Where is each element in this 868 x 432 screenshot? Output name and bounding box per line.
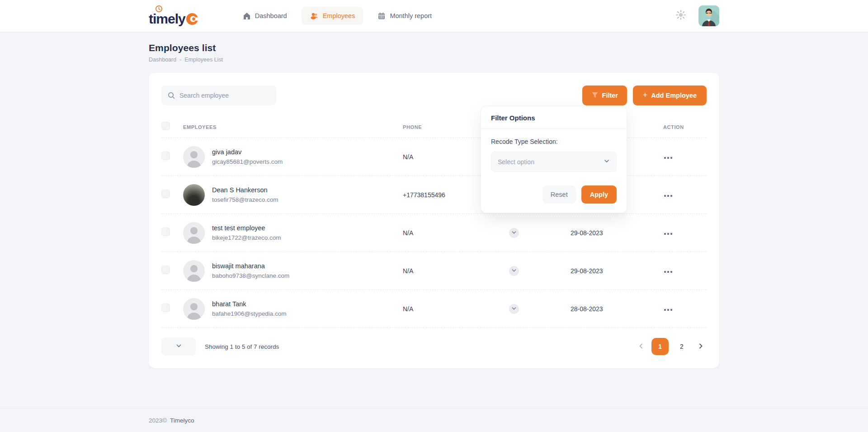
nav-item-label: Dashboard [255, 12, 287, 19]
nav-item-dashboard[interactable]: Dashboard [235, 7, 295, 25]
pagination: 1 2 [635, 338, 707, 355]
breadcrumb-separator: - [179, 57, 181, 63]
page-button-1[interactable]: 1 [651, 338, 669, 355]
row-actions-button[interactable] [663, 154, 673, 161]
table-row: test test employee bikeje1722@trazeco.co… [161, 214, 707, 252]
row-checkbox[interactable] [161, 190, 170, 198]
brand-logo-text: timely [149, 12, 185, 26]
employee-phone: N/A [403, 305, 509, 313]
table-row: bharat Tank bafahe1906@stypedia.com N/A … [161, 290, 707, 328]
row-checkbox[interactable] [161, 228, 170, 236]
employee-email: tosefir758@trazeco.com [212, 196, 278, 203]
status-chevron-badge[interactable] [509, 304, 519, 314]
page-title: Employees list [149, 43, 719, 53]
table-row: biswajit maharana baboho9738@synclane.co… [161, 252, 707, 290]
avatar [183, 146, 205, 168]
search-box [161, 85, 276, 105]
rows-per-page-select[interactable] [161, 337, 196, 356]
filter-button-label: Filter [602, 92, 618, 99]
filter-button[interactable]: Filter [582, 85, 627, 105]
recode-type-select-value: Select option [498, 158, 604, 166]
calendar-icon [377, 12, 386, 20]
chevron-down-icon [511, 229, 517, 237]
employee-name: test test employee [212, 224, 281, 232]
row-actions-button[interactable] [663, 268, 673, 275]
brand-logo[interactable]: timely [149, 6, 199, 26]
chevron-down-icon [511, 267, 517, 275]
row-actions-button[interactable] [663, 192, 673, 199]
row-checkbox[interactable] [161, 304, 170, 312]
filter-options-popup: Filter Options Recode Type Selection: Se… [481, 106, 627, 213]
breadcrumb-employees-list: Employees List [184, 57, 223, 63]
copyright-year: 2023© [149, 417, 167, 424]
main-nav: Dashboard Employees Monthly report [235, 7, 440, 25]
status-chevron-badge[interactable] [509, 266, 519, 276]
employee-name: bharat Tank [212, 300, 287, 308]
brand-logo-mark-icon [186, 12, 199, 28]
employee-name: biswajit maharana [212, 262, 289, 270]
breadcrumb: Dashboard - Employees List [149, 57, 719, 63]
joining-date: 29-08-2023 [571, 229, 663, 237]
nav-item-label: Monthly report [390, 12, 432, 19]
chevron-down-icon [511, 305, 517, 313]
filter-icon [591, 91, 599, 100]
next-page-button[interactable] [695, 340, 707, 353]
employee-name: Dean S Hankerson [212, 186, 278, 194]
joining-date: 28-08-2023 [571, 305, 663, 313]
main-content: Employees list Dashboard - Employees Lis… [149, 43, 719, 368]
status-chevron-badge[interactable] [509, 228, 519, 238]
row-actions-button[interactable] [663, 306, 673, 313]
avatar [183, 184, 205, 206]
users-icon [310, 12, 319, 20]
employee-email: bafahe1906@stypedia.com [212, 310, 287, 317]
plus-icon: + [643, 91, 648, 99]
nav-item-monthly-report[interactable]: Monthly report [369, 7, 440, 25]
add-employee-button[interactable]: + Add Employee [633, 85, 707, 105]
avatar [183, 222, 205, 244]
joining-date: 29-08-2023 [571, 267, 663, 275]
employee-email: gicay85681@poverts.com [212, 158, 283, 165]
page-button-2[interactable]: 2 [673, 338, 690, 355]
row-actions-button[interactable] [663, 230, 673, 237]
theme-toggle-button[interactable] [675, 9, 687, 23]
employee-name: giva jadav [212, 148, 283, 156]
breadcrumb-dashboard[interactable]: Dashboard [149, 57, 176, 63]
recode-type-label: Recode Type Selection: [491, 138, 617, 145]
row-checkbox[interactable] [161, 152, 170, 160]
clock-icon [155, 5, 163, 14]
search-input[interactable] [161, 85, 276, 105]
column-header-employees: EMPLOYEES [183, 124, 403, 130]
column-header-action: ACTION [663, 124, 705, 130]
apply-button[interactable]: Apply [581, 185, 617, 204]
employee-phone: N/A [403, 267, 509, 275]
reset-button[interactable]: Reset [542, 185, 576, 204]
chevron-right-icon [698, 343, 704, 351]
top-bar: timely Dashboard E [0, 0, 868, 32]
user-avatar[interactable] [698, 5, 719, 26]
add-employee-label: Add Employee [651, 92, 697, 99]
employee-email: bikeje1722@trazeco.com [212, 234, 281, 241]
select-all-checkbox[interactable] [161, 122, 170, 130]
employee-email: baboho9738@synclane.com [212, 272, 289, 279]
employee-phone: N/A [403, 229, 509, 237]
chevron-down-icon [604, 158, 610, 166]
records-summary: Showing 1 to 5 of 7 records [205, 343, 279, 350]
site-footer: 2023© Timelyco [0, 408, 868, 432]
home-icon [243, 12, 251, 20]
previous-page-button[interactable] [635, 340, 647, 353]
avatar [183, 298, 205, 320]
chevron-down-icon [176, 342, 182, 351]
filter-popup-title: Filter Options [481, 106, 627, 129]
employees-card: Filter + Add Employee EMPLOYEES PHONE AC… [149, 73, 719, 368]
recode-type-select[interactable]: Select option [491, 152, 617, 172]
search-icon [167, 91, 175, 101]
nav-item-employees[interactable]: Employees [302, 7, 363, 25]
sun-icon [675, 9, 687, 23]
avatar [183, 260, 205, 282]
nav-item-label: Employees [323, 12, 355, 19]
row-checkbox[interactable] [161, 266, 170, 274]
chevron-left-icon [638, 343, 644, 351]
copyright-brand: Timelyco [170, 417, 194, 424]
